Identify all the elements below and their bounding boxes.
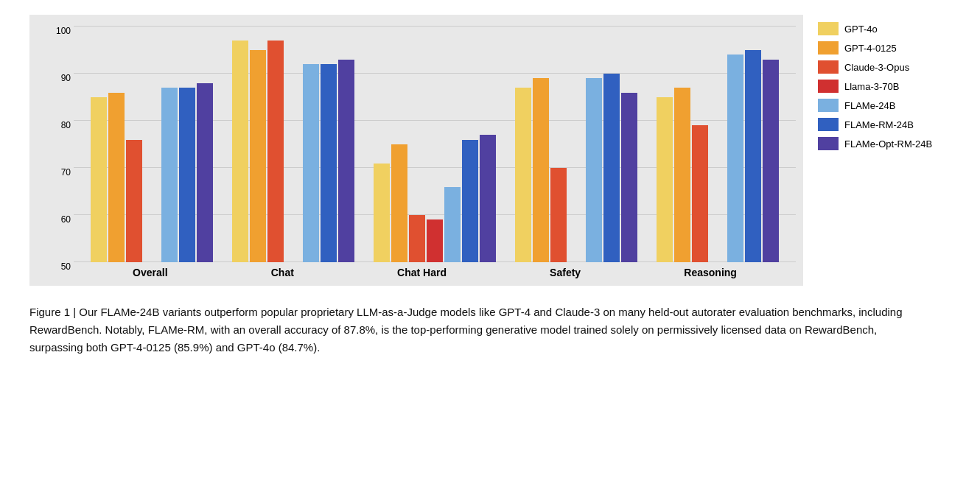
bar xyxy=(197,83,213,262)
y-tick-label: 50 xyxy=(47,261,71,272)
bar xyxy=(91,97,107,262)
y-tick-label: 70 xyxy=(47,167,71,178)
bar xyxy=(267,41,284,262)
bar-group xyxy=(374,135,496,262)
caption: Figure 1 | Our FLAMe-24B variants outper… xyxy=(29,303,914,356)
bar xyxy=(515,88,531,262)
legend-label: FLAMe-24B xyxy=(844,100,895,111)
bar xyxy=(179,88,195,262)
bar-group xyxy=(91,83,213,262)
bar-groups xyxy=(74,27,796,262)
legend-label: Llama-3-70B xyxy=(844,81,899,92)
bar xyxy=(480,135,496,262)
bar xyxy=(250,50,266,262)
bar xyxy=(232,41,248,262)
legend-label: FLAMe-Opt-RM-24B xyxy=(844,138,932,150)
bar xyxy=(550,168,567,262)
bar xyxy=(674,88,690,262)
bar xyxy=(409,215,425,262)
legend-label: Claude-3-Opus xyxy=(844,62,909,73)
x-axis-label: Chat Hard xyxy=(397,267,447,278)
x-labels: OverallChatChat HardSafetyReasoning xyxy=(74,262,796,278)
bar xyxy=(161,88,178,262)
chart-inner: 5060708090100 xyxy=(74,27,796,262)
bar xyxy=(621,93,637,262)
bar xyxy=(692,125,708,262)
bar xyxy=(603,74,620,262)
y-tick-label: 60 xyxy=(47,214,71,225)
legend-item: FLAMe-RM-24B xyxy=(818,118,936,131)
bar xyxy=(727,55,743,262)
legend-item: GPT-4-0125 xyxy=(818,41,936,55)
legend-label: GPT-4o xyxy=(844,24,878,35)
bar xyxy=(533,78,549,262)
legend-item: GPT-4o xyxy=(818,22,936,35)
bar xyxy=(444,187,461,262)
legend-color-box xyxy=(818,41,839,55)
legend-color-box xyxy=(818,137,839,150)
bar-group xyxy=(232,41,354,262)
x-axis-label: Chat xyxy=(271,267,294,278)
bar xyxy=(586,78,602,262)
legend: GPT-4oGPT-4-0125Claude-3-OpusLlama-3-70B… xyxy=(803,15,951,158)
bar xyxy=(657,97,673,262)
legend-label: GPT-4-0125 xyxy=(844,43,897,54)
y-tick-label: 90 xyxy=(47,73,71,83)
legend-color-box xyxy=(818,22,839,35)
legend-item: FLAMe-Opt-RM-24B xyxy=(818,137,936,150)
legend-item: FLAMe-24B xyxy=(818,99,936,112)
bar xyxy=(338,60,354,262)
legend-item: Llama-3-70B xyxy=(818,80,936,93)
bar xyxy=(126,140,142,262)
bar xyxy=(763,60,779,262)
legend-color-box xyxy=(818,80,839,93)
x-axis-label: Safety xyxy=(550,267,581,278)
bar xyxy=(374,164,390,262)
bar xyxy=(108,93,125,262)
legend-color-box xyxy=(818,99,839,112)
bar xyxy=(391,144,407,262)
chart-area: RewardBench Score 5060708090100 OverallC… xyxy=(29,15,803,286)
bar xyxy=(745,50,761,262)
y-tick-label: 80 xyxy=(47,120,71,130)
x-axis-label: Reasoning xyxy=(684,267,737,278)
legend-item: Claude-3-Opus xyxy=(818,60,936,74)
x-axis-label: Overall xyxy=(133,267,167,278)
y-tick-label: 100 xyxy=(47,26,71,36)
legend-label: FLAMe-RM-24B xyxy=(844,119,914,130)
bar xyxy=(321,64,337,262)
chart-container: RewardBench Score 5060708090100 OverallC… xyxy=(29,15,951,286)
bar-group xyxy=(515,74,637,262)
legend-color-box xyxy=(818,60,839,74)
bar xyxy=(427,219,443,262)
bar-group xyxy=(657,50,779,262)
bar xyxy=(303,64,319,262)
legend-color-box xyxy=(818,118,839,131)
bar xyxy=(462,140,478,262)
